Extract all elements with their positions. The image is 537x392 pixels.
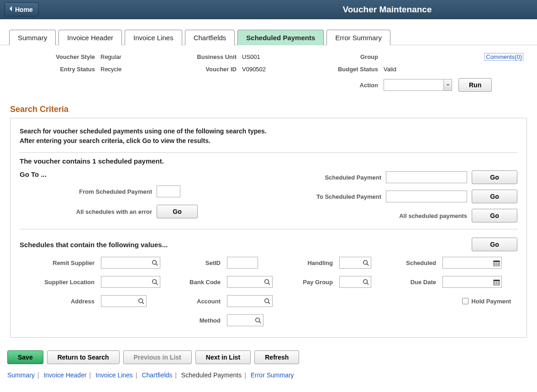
svg-rect-5	[493, 260, 499, 262]
tab-chartfields[interactable]: Chartfields	[185, 30, 235, 45]
search-icon[interactable]	[151, 278, 158, 286]
supplier-location-label: Supplier Location	[20, 279, 97, 286]
svg-line-3	[367, 264, 369, 266]
bottom-button-row: Save Return to Search Previous in List N…	[0, 338, 537, 369]
footer-link-invoice-header[interactable]: Invoice Header	[43, 371, 86, 379]
tab-invoice-lines[interactable]: Invoice Lines	[125, 30, 182, 45]
footer-link-error-summary[interactable]: Error Summary	[251, 371, 294, 379]
scheduled-label: Scheduled	[384, 260, 439, 266]
due-date-label: Due Date	[384, 279, 439, 286]
action-label: Action	[320, 82, 384, 89]
go-range-button[interactable]: Go	[472, 190, 517, 203]
search-instructions-1: Search for voucher scheduled payments us…	[20, 127, 517, 136]
from-scheduled-label: From Scheduled Payment	[20, 188, 152, 195]
save-button[interactable]: Save	[7, 350, 43, 364]
footer-link-chartfields[interactable]: Chartfields	[142, 371, 172, 379]
budget-status-value: Valid	[384, 66, 523, 73]
divider	[20, 152, 517, 153]
svg-line-29	[268, 302, 270, 304]
tab-error-summary[interactable]: Error Summary	[326, 30, 390, 45]
search-icon[interactable]	[362, 259, 369, 266]
svg-line-17	[367, 283, 369, 285]
previous-in-list-button[interactable]: Previous in List	[123, 350, 192, 364]
page-title: Voucher Maintenance	[0, 5, 537, 15]
search-icon[interactable]	[362, 278, 369, 286]
next-in-list-button[interactable]: Next in List	[195, 350, 251, 364]
tab-scheduled-payments[interactable]: Scheduled Payments	[237, 30, 324, 45]
home-button[interactable]: Home	[5, 2, 39, 16]
svg-line-13	[156, 283, 158, 285]
svg-rect-9	[494, 264, 495, 265]
search-criteria-box: Search for voucher scheduled payments us…	[10, 118, 527, 338]
search-icon[interactable]	[263, 297, 271, 305]
svg-rect-7	[496, 263, 497, 264]
svg-rect-11	[498, 264, 499, 265]
svg-point-2	[363, 260, 368, 265]
business-unit-label: Business Unit	[178, 53, 242, 60]
header-bar: Home Voucher Maintenance	[0, 0, 537, 19]
go-filter-button[interactable]: Go	[472, 238, 517, 251]
go-to-label: Go To ...	[20, 170, 198, 178]
setid-label: SetID	[173, 260, 223, 266]
go-scheduled-button[interactable]: Go	[472, 170, 517, 184]
search-icon[interactable]	[151, 259, 158, 266]
pay-group-label: Pay Group	[285, 279, 336, 286]
svg-rect-23	[494, 283, 495, 284]
return-to-search-button[interactable]: Return to Search	[47, 350, 120, 364]
schedules-contain-label: Schedules that contain the following val…	[20, 241, 168, 249]
voucher-id-label: Voucher ID	[178, 66, 242, 73]
go-all-scheduled-button[interactable]: Go	[472, 209, 517, 222]
comments-link[interactable]: Comments(0)	[484, 53, 523, 61]
svg-rect-10	[496, 264, 497, 265]
svg-point-14	[265, 280, 269, 284]
tab-summary[interactable]: Summary	[9, 30, 56, 45]
footer-link-summary[interactable]: Summary	[7, 371, 35, 379]
svg-point-26	[139, 299, 143, 303]
footer-link-scheduled-payments: Scheduled Payments	[181, 371, 242, 379]
voucher-id-value: V090502	[242, 66, 320, 73]
scheduled-payment-label: Scheduled Payment	[299, 174, 381, 181]
svg-rect-24	[496, 283, 497, 284]
search-icon[interactable]	[137, 297, 145, 305]
svg-rect-25	[498, 283, 499, 284]
budget-status-label: Budget Status	[320, 66, 384, 73]
search-icon[interactable]	[263, 278, 271, 286]
handling-label: Handling	[285, 260, 336, 266]
hold-payment-checkbox[interactable]	[462, 298, 469, 304]
all-errors-label: All schedules with an error	[20, 208, 152, 215]
go-all-errors-button[interactable]: Go	[157, 205, 198, 218]
to-scheduled-label: To Scheduled Payment	[299, 193, 381, 200]
calendar-icon[interactable]	[493, 278, 500, 286]
chevron-left-icon	[9, 5, 13, 13]
svg-rect-20	[494, 282, 495, 283]
svg-line-27	[142, 302, 144, 304]
scheduled-payment-input[interactable]	[386, 171, 467, 183]
remit-supplier-label: Remit Supplier	[20, 260, 97, 266]
from-scheduled-input[interactable]	[157, 185, 180, 197]
divider	[20, 229, 517, 229]
refresh-button[interactable]: Refresh	[254, 350, 299, 364]
run-button[interactable]: Run	[458, 78, 492, 92]
svg-line-15	[268, 283, 270, 285]
svg-point-30	[256, 318, 260, 322]
svg-rect-8	[498, 263, 499, 264]
svg-line-31	[259, 322, 261, 323]
address-label: Address	[20, 298, 97, 305]
svg-point-28	[265, 299, 269, 303]
home-label: Home	[15, 6, 33, 13]
payment-count-text: The voucher contains 1 scheduled payment…	[20, 157, 517, 165]
business-unit-value: US001	[242, 53, 320, 60]
svg-rect-22	[498, 282, 499, 283]
hold-payment-label: Hold Payment	[471, 298, 511, 305]
filter-grid: Remit Supplier SetID Handling Scheduled …	[20, 257, 517, 326]
action-select[interactable]	[384, 79, 452, 91]
calendar-icon[interactable]	[493, 259, 500, 266]
svg-rect-19	[493, 280, 499, 281]
search-icon[interactable]	[254, 317, 262, 324]
voucher-info: Voucher Style Regular Business Unit US00…	[0, 53, 537, 96]
setid-input[interactable]	[227, 257, 258, 269]
to-scheduled-input[interactable]	[386, 191, 467, 202]
footer-link-invoice-lines[interactable]: Invoice Lines	[95, 371, 133, 379]
group-label: Group	[320, 53, 384, 60]
tab-invoice-header[interactable]: Invoice Header	[58, 30, 122, 45]
